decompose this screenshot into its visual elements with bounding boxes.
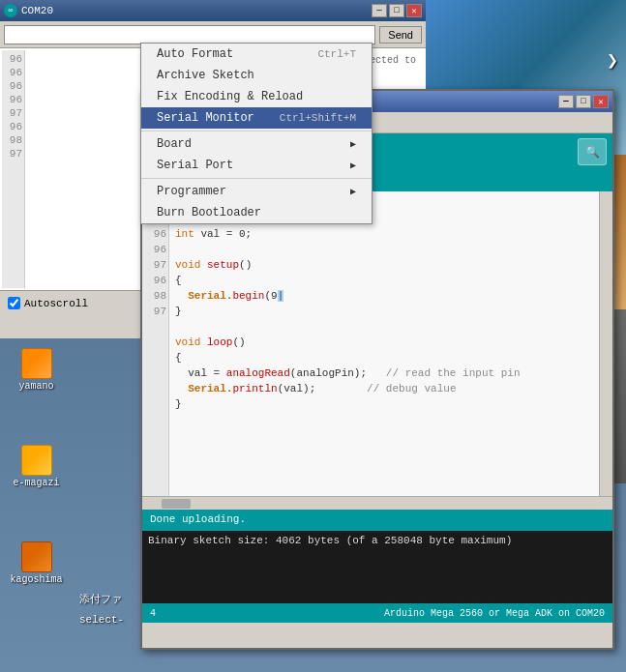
binary-info-text: Binary sketch size: 4062 bytes (of a 258… <box>148 535 607 546</box>
menu-serial-monitor[interactable]: Serial Monitor Ctrl+Shift+M <box>141 107 372 129</box>
output-area: Done uploading. <box>142 510 612 531</box>
menu-programmer[interactable]: Programmer ▶ <box>141 181 372 202</box>
menu-serial-port[interactable]: Serial Port ▶ <box>141 155 372 176</box>
com20-win-controls: — □ ✕ <box>372 4 422 17</box>
done-uploading-text: Done uploading. <box>150 513 246 525</box>
menu-auto-format[interactable]: Auto Format Ctrl+T <box>141 44 372 65</box>
kagoshima-label: kagoshima <box>5 574 68 585</box>
com20-send-btn[interactable]: Send <box>379 26 422 44</box>
folder-icon-img-kagoshima <box>21 541 52 572</box>
menu-burn-bootloader[interactable]: Burn Bootloader <box>141 202 372 223</box>
board-arrow: ▶ <box>350 138 356 150</box>
com20-logo: ∞ <box>4 4 17 17</box>
board-status: Arduino Mega 2560 or Mega ADK on COM20 <box>384 608 605 619</box>
desktop-icon-kagoshima[interactable]: kagoshima <box>5 541 68 585</box>
horizontal-scrollbar[interactable] <box>142 496 612 510</box>
autoscroll-label[interactable]: Autoscroll <box>8 297 88 309</box>
com20-titlebar: ∞ COM20 — □ ✕ <box>0 0 426 21</box>
win-controls: — □ ✕ <box>558 95 609 108</box>
yamano-label: yamano <box>5 381 68 392</box>
code-editor[interactable]: int analogPin = 0 int val = 0; void setu… <box>169 191 599 496</box>
desktop: ❯ yamano e-magazi kagoshima 添付ファ select-… <box>0 0 626 672</box>
folder-icon-img-emagazi <box>21 445 52 476</box>
line-col-indicator: 4 <box>150 608 156 619</box>
scroll-arrow[interactable]: ❯ <box>607 48 618 73</box>
dropdown-separator-1 <box>141 131 372 131</box>
menu-board[interactable]: Board ▶ <box>141 133 372 155</box>
com20-title: COM20 <box>21 5 53 16</box>
autoscroll-checkbox[interactable] <box>8 297 20 309</box>
desktop-icon-yamano[interactable]: yamano <box>5 348 68 392</box>
com20-maximize-btn[interactable]: □ <box>389 4 404 17</box>
console-area: Binary sketch size: 4062 bytes (of a 258… <box>142 531 612 603</box>
emagazi-label: e-magazi <box>5 478 68 488</box>
vertical-scrollbar[interactable] <box>599 191 612 496</box>
code-area[interactable]: 96969696 97969897 int analogPin = 0 int … <box>142 191 612 496</box>
tools-dropdown: Auto Format Ctrl+T Archive Sketch Fix En… <box>140 43 373 224</box>
menu-archive-sketch[interactable]: Archive Sketch <box>141 65 372 86</box>
line-numbers: 96969696 97969897 <box>142 191 169 496</box>
minimize-btn[interactable]: — <box>558 95 574 108</box>
desktop-icon-emagazi[interactable]: e-magazi <box>5 445 68 488</box>
attached-files-label: 添付ファ <box>79 592 122 606</box>
com20-close-btn[interactable]: ✕ <box>406 4 422 17</box>
dropdown-separator-2 <box>141 178 372 179</box>
serial-monitor-toolbar-btn[interactable]: 🔍 <box>578 138 607 165</box>
com20-minimize-btn[interactable]: — <box>372 4 387 17</box>
maximize-btn[interactable]: □ <box>576 95 591 108</box>
menu-fix-encoding[interactable]: Fix Encoding & Reload <box>141 86 372 107</box>
select-label: select- <box>79 614 124 626</box>
com20-input[interactable] <box>4 25 375 44</box>
folder-icon-img-yamano <box>21 348 52 379</box>
programmer-arrow: ▶ <box>350 186 356 197</box>
serial-port-arrow: ▶ <box>350 160 356 171</box>
close-btn[interactable]: ✕ <box>593 95 609 108</box>
status-bar: 4 Arduino Mega 2560 or Mega ADK on COM20 <box>142 603 612 623</box>
